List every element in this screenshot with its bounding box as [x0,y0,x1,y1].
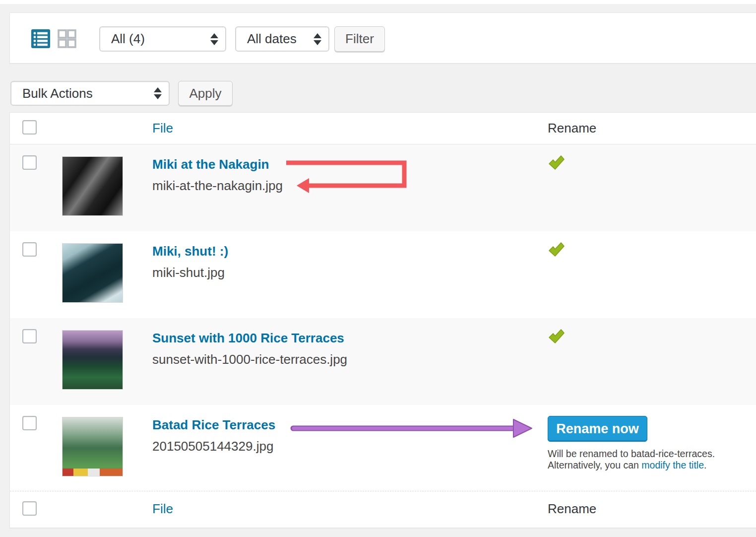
top-strip [0,0,756,4]
select-arrows-icon [210,33,218,45]
thumbnail-sunset-rice-terraces[interactable] [62,330,123,390]
row-checkbox[interactable] [22,329,37,343]
rename-column-header: Rename [548,113,756,144]
row-checkbox[interactable] [22,416,37,430]
media-filename: 20150505144329.jpg [152,439,548,454]
date-filter-select[interactable]: All dates [235,26,329,52]
table-header-row: File Rename [10,113,756,144]
list-view-icon[interactable] [31,29,50,48]
rename-column-footer: Rename [548,491,756,528]
table-row: Miki, shut! :) miki-shut.jpg [10,231,756,318]
rename-now-button[interactable]: Rename now [548,416,647,442]
rename-note-line2: Alternatively, you can modify the title. [548,460,756,471]
thumbnail-miki-shut[interactable] [62,243,123,303]
row-checkbox[interactable] [22,242,37,257]
media-title-link[interactable]: Miki, shut! :) [152,244,228,259]
filter-button[interactable]: Filter [334,26,385,52]
media-type-filter-select[interactable]: All (4) [99,26,226,52]
media-title-link[interactable]: Sunset with 1000 Rice Terraces [152,331,344,345]
select-arrows-icon [314,33,321,45]
table-footer-row: File Rename [10,491,756,528]
thumbnail-miki-at-the-nakagin[interactable] [62,156,123,216]
media-filename: miki-at-the-nakagin.jpg [152,178,548,193]
media-filename: sunset-with-1000-rice-terraces.jpg [152,352,548,367]
table-row: Batad Rice Terraces 20150505144329.jpg R… [10,405,756,491]
select-all-checkbox[interactable] [22,501,37,516]
select-arrows-icon [154,87,162,99]
media-list-table: File Rename Miki at the Nakagin miki-at-… [9,112,756,528]
media-title-link[interactable]: Miki at the Nakagin [152,157,269,172]
apply-button[interactable]: Apply [178,81,233,106]
grid-view-icon[interactable] [58,29,76,48]
table-row: Sunset with 1000 Rice Terraces sunset-wi… [10,318,756,405]
file-column-footer[interactable]: File [152,501,173,516]
green-check-icon [548,329,565,344]
thumbnail-batad-rice-terraces[interactable] [62,417,123,476]
bulk-actions-select[interactable]: Bulk Actions [10,81,170,106]
bulk-actions-value: Bulk Actions [22,86,93,101]
green-check-icon [548,155,565,170]
modify-title-link[interactable]: modify the title [641,460,704,470]
row-checkbox[interactable] [22,155,37,170]
rename-note-line1: Will be renamed to batad-rice-terraces. [548,448,756,460]
media-filename: miki-shut.jpg [152,265,548,280]
date-filter-value: All dates [247,31,297,47]
file-column-header[interactable]: File [152,121,173,135]
green-check-icon [548,242,565,257]
media-title-link[interactable]: Batad Rice Terraces [152,417,275,432]
media-type-filter-value: All (4) [111,31,145,47]
filter-toolbar: All (4) All dates Filter [9,12,756,64]
table-row: Miki at the Nakagin miki-at-the-nakagin.… [10,144,756,231]
select-all-checkbox[interactable] [22,120,37,134]
